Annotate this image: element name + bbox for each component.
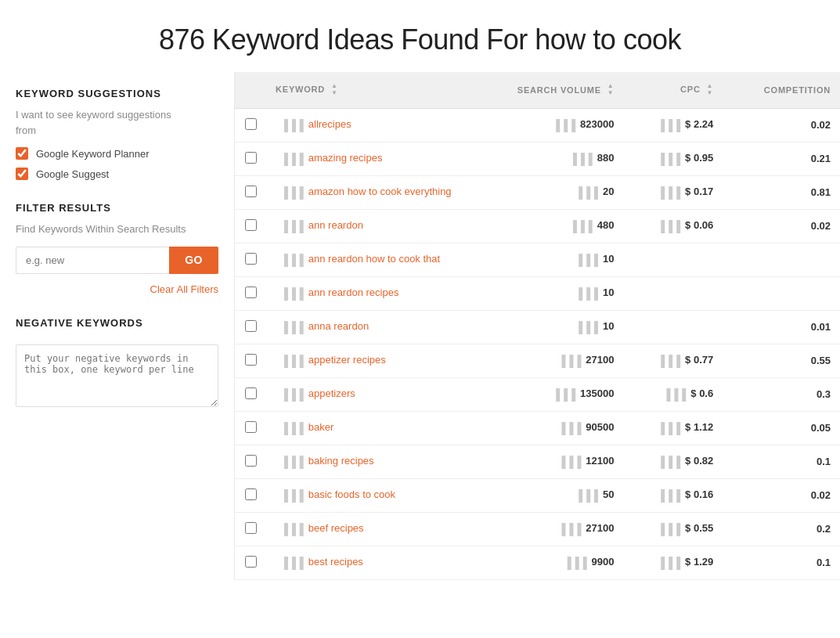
cpc-bar-icon[interactable]: ▐▐▐ [657,523,680,535]
cpc-bar-icon[interactable]: ▐▐▐ [657,456,680,468]
row-checkbox[interactable] [245,522,257,534]
main-layout: KEYWORD SUGGESTIONS I want to see keywor… [0,72,840,580]
filter-results-title: FILTER RESULTS [16,202,218,214]
keyword-text[interactable]: ann reardon [308,219,363,231]
bar-chart-icon[interactable]: ▐▐▐ [280,153,304,165]
clear-filters-link[interactable]: Clear All Filters [16,283,218,295]
table-row: ▐▐▐beef recipes▐▐▐27100▐▐▐$ 0.550.2 [235,512,840,546]
cpc-bar-icon[interactable]: ▐▐▐ [657,557,680,569]
row-checkbox[interactable] [245,354,257,366]
keyword-text[interactable]: best recipes [308,556,363,568]
volume-bar-icon[interactable]: ▐▐▐ [558,523,582,535]
cpc-bar-icon[interactable]: ▐▐▐ [657,186,680,199]
bar-chart-icon[interactable]: ▐▐▐ [280,456,304,468]
th-cpc[interactable]: CPC ▲ ▼ [624,72,723,108]
bar-chart-icon[interactable]: ▐▐▐ [280,220,304,232]
cpc-bar-icon[interactable]: ▐▐▐ [657,153,680,165]
row-checkbox[interactable] [245,387,257,399]
bar-chart-icon[interactable]: ▐▐▐ [280,186,304,199]
row-checkbox[interactable] [245,287,257,298]
cpc-value: $ 0.16 [685,488,713,500]
keyword-text[interactable]: baker [308,421,334,433]
row-checkbox[interactable] [245,219,257,231]
bar-chart-icon[interactable]: ▐▐▐ [280,119,304,132]
keyword-text[interactable]: amazing recipes [308,152,383,164]
volume-bar-icon[interactable]: ▐▐▐ [569,220,593,232]
volume-value: 12100 [586,455,614,467]
negative-keywords-title: NEGATIVE KEYWORDS [16,317,218,329]
volume-bar-icon[interactable]: ▐▐▐ [564,557,587,569]
bar-chart-icon[interactable]: ▐▐▐ [280,254,304,266]
volume-bar-icon[interactable]: ▐▐▐ [575,321,598,333]
sort-down: ▼ [607,90,615,97]
page-wrapper: 876 Keyword Ideas Found For how to cook … [0,0,840,638]
th-checkbox [235,72,266,108]
cpc-sort-arrows[interactable]: ▲ ▼ [707,83,714,97]
bar-chart-icon[interactable]: ▐▐▐ [280,422,304,434]
volume-bar-icon[interactable]: ▐▐▐ [558,456,582,468]
volume-bar-icon[interactable]: ▐▐▐ [575,287,598,300]
row-checkbox[interactable] [245,488,257,500]
negative-keywords-section: NEGATIVE KEYWORDS [16,317,218,410]
row-volume-cell: ▐▐▐135000 [490,377,623,411]
cpc-bar-icon[interactable]: ▐▐▐ [657,422,680,434]
volume-bar-icon[interactable]: ▐▐▐ [552,388,575,401]
row-competition-cell [723,276,840,310]
cpc-value: $ 1.12 [685,421,713,433]
th-keyword[interactable]: KEYWORD ▲ ▼ [266,72,490,108]
cpc-value: $ 0.6 [690,387,713,399]
go-button[interactable]: GO [169,247,218,274]
keyword-text[interactable]: beef recipes [308,522,364,534]
row-volume-cell: ▐▐▐90500 [490,411,623,445]
keyword-text[interactable]: allrecipes [308,118,352,130]
th-volume[interactable]: SEARCH VOLUME ▲ ▼ [490,72,623,108]
keyword-text[interactable]: baking recipes [308,455,374,467]
filter-input[interactable] [16,247,169,274]
bar-chart-icon[interactable]: ▐▐▐ [280,388,304,401]
cpc-bar-icon[interactable]: ▐▐▐ [663,388,687,401]
row-checkbox[interactable] [245,421,257,433]
row-checkbox[interactable] [245,118,257,130]
row-checkbox[interactable] [245,186,257,197]
row-volume-cell: ▐▐▐823000 [490,108,623,142]
row-volume-cell: ▐▐▐27100 [490,344,623,377]
row-checkbox-cell [235,445,266,478]
bar-chart-icon[interactable]: ▐▐▐ [280,523,304,535]
bar-chart-icon[interactable]: ▐▐▐ [280,489,304,502]
volume-bar-icon[interactable]: ▐▐▐ [575,186,598,199]
bar-chart-icon[interactable]: ▐▐▐ [280,557,304,569]
table-row: ▐▐▐ann reardon recipes▐▐▐10 [235,276,840,310]
row-cpc-cell: ▐▐▐$ 0.77 [624,344,723,377]
volume-bar-icon[interactable]: ▐▐▐ [569,153,593,165]
keyword-text[interactable]: ann reardon recipes [308,287,399,298]
keyword-text[interactable]: basic foods to cook [308,488,395,500]
row-checkbox[interactable] [245,320,257,332]
cpc-bar-icon[interactable]: ▐▐▐ [657,119,680,132]
source2-checkbox[interactable] [16,168,28,180]
keyword-text[interactable]: appetizers [308,387,355,399]
keyword-text[interactable]: appetizer recipes [308,354,386,366]
cpc-bar-icon[interactable]: ▐▐▐ [657,489,680,502]
volume-bar-icon[interactable]: ▐▐▐ [558,422,582,434]
row-competition-cell: 0.3 [723,377,840,411]
row-checkbox[interactable] [245,455,257,467]
keyword-text[interactable]: anna reardon [308,320,369,332]
row-checkbox[interactable] [245,152,257,164]
keyword-sort-arrows[interactable]: ▲ ▼ [331,83,338,97]
volume-bar-icon[interactable]: ▐▐▐ [558,355,582,367]
volume-bar-icon[interactable]: ▐▐▐ [575,489,598,502]
row-checkbox[interactable] [245,253,257,265]
bar-chart-icon[interactable]: ▐▐▐ [280,287,304,300]
volume-bar-icon[interactable]: ▐▐▐ [575,254,598,266]
negative-keywords-textarea[interactable] [16,344,218,407]
bar-chart-icon[interactable]: ▐▐▐ [280,355,304,367]
volume-sort-arrows[interactable]: ▲ ▼ [607,83,615,97]
row-checkbox[interactable] [245,556,257,568]
source1-checkbox[interactable] [16,147,28,160]
volume-bar-icon[interactable]: ▐▐▐ [552,119,575,132]
bar-chart-icon[interactable]: ▐▐▐ [280,321,304,333]
keyword-text[interactable]: ann reardon how to cook that [308,253,440,265]
cpc-bar-icon[interactable]: ▐▐▐ [657,220,680,232]
cpc-bar-icon[interactable]: ▐▐▐ [657,355,680,367]
keyword-text[interactable]: amazon how to cook everything [308,186,452,197]
